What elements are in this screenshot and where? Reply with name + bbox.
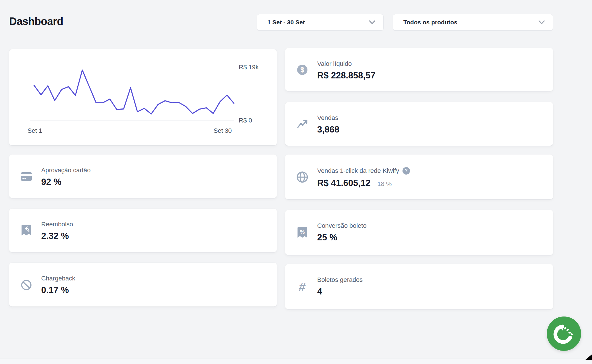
- stat-label: Vendas: [317, 114, 338, 122]
- product-filter-value: Todos os produtos: [403, 19, 457, 26]
- stat-value: 92 %: [41, 177, 62, 187]
- dollar-glyph: $: [300, 66, 304, 74]
- x-axis-start-label: Set 1: [27, 127, 42, 134]
- page-title: Dashboard: [9, 15, 63, 27]
- stat-label: Chargeback: [41, 275, 75, 282]
- stat-card-chargeback: Chargeback 0.17 %: [9, 263, 277, 306]
- refund-receipt-icon: [20, 224, 33, 237]
- stat-label: Conversão boleto: [317, 222, 366, 230]
- stat-card-conversao-boleto: % Conversão boleto 25 %: [285, 210, 553, 255]
- dollar-circle-icon: $: [296, 64, 309, 76]
- stat-value: 2.32 %: [41, 231, 69, 241]
- percent-glyph: %: [300, 229, 305, 235]
- stat-value: R$ 41.605,12: [317, 178, 370, 188]
- chevron-down-icon: [538, 20, 545, 24]
- trending-up-icon: [296, 118, 309, 130]
- stat-value: 25 %: [317, 232, 338, 243]
- percent-receipt-icon: %: [296, 226, 309, 239]
- stat-card-boletos-gerados: # Boletos gerados 4: [285, 264, 553, 309]
- hash-icon: #: [296, 280, 309, 293]
- stat-label: Valor líquido: [317, 60, 352, 68]
- x-axis-end-label: Set 30: [214, 127, 232, 134]
- stat-card-valor-liquido: $ Valor líquido R$ 228.858,57: [285, 48, 553, 91]
- question-circle-icon[interactable]: ?: [402, 167, 410, 175]
- y-axis-max-label: R$ 19k: [239, 64, 259, 71]
- credit-card-icon: [20, 170, 33, 183]
- stat-label: Vendas 1-click da rede Kiwify: [317, 167, 399, 175]
- ban-icon: [20, 278, 33, 291]
- product-filter-dropdown[interactable]: Todos os produtos: [393, 14, 553, 31]
- chevron-down-icon: [369, 20, 375, 24]
- stat-card-vendas-1click: Vendas 1-click da rede Kiwify ? R$ 41.60…: [285, 155, 553, 199]
- stat-label: Boletos gerados: [317, 276, 363, 284]
- revenue-line-chart: [9, 49, 277, 145]
- stat-value: 0.17 %: [41, 285, 69, 295]
- revenue-chart-card: R$ 19k R$ 0 Set 1 Set 30: [9, 49, 277, 145]
- question-glyph: ?: [405, 168, 408, 173]
- date-range-value: 1 Set - 30 Set: [267, 19, 305, 26]
- kiwify-logo-button[interactable]: [547, 316, 581, 351]
- revenue-polyline: [34, 70, 234, 114]
- hash-glyph: #: [298, 281, 306, 293]
- y-axis-min-label: R$ 0: [239, 117, 252, 124]
- kiwify-kiwi-icon: [547, 316, 581, 351]
- stat-card-reembolso: Reembolso 2.32 %: [9, 209, 277, 252]
- stat-label: Reembolso: [41, 221, 73, 228]
- stat-card-aprovacao-cartao: Aprovação cartão 92 %: [9, 155, 277, 198]
- stat-card-vendas: Vendas 3,868: [285, 102, 553, 146]
- stat-value: 3,868: [317, 124, 340, 135]
- stat-extra-percent: 18 %: [377, 180, 392, 188]
- globe-icon: [296, 171, 309, 183]
- bottom-edge-strip: [0, 359, 592, 364]
- stat-value: R$ 228.858,57: [317, 70, 375, 81]
- stat-value: 4: [317, 286, 322, 297]
- date-range-dropdown[interactable]: 1 Set - 30 Set: [257, 14, 384, 31]
- stat-label: Aprovação cartão: [41, 167, 90, 174]
